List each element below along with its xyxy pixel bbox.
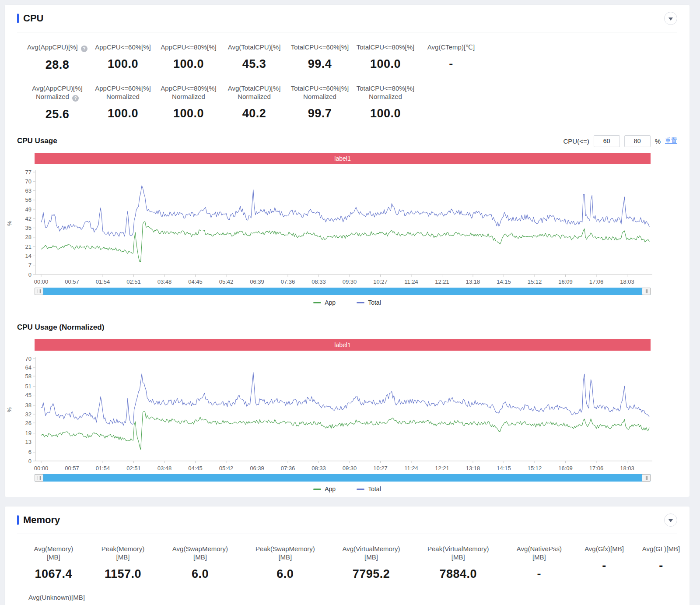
svg-text:00:57: 00:57 <box>65 278 79 285</box>
chart-label-banner: label1 <box>35 339 651 351</box>
cpu-usage-chart[interactable]: 0714212835424956637077%00:0000:5701:5402… <box>5 165 652 288</box>
cpu-panel-header: CPU <box>5 5 690 32</box>
legend-line-icon <box>357 489 364 490</box>
stat-item: AppCPU<=80%[%]Normalized100.0 <box>156 84 221 120</box>
memory-stats-row-1: Avg(Memory)[MB]1067.4Peak(Memory)[MB]115… <box>5 545 690 581</box>
chart-scrollbar[interactable] <box>35 288 651 295</box>
stat-item: Avg(AppCPU)[%] ?28.8 <box>24 43 90 72</box>
stat-value: 1067.4 <box>28 567 79 581</box>
memory-collapse-button[interactable] <box>664 514 677 527</box>
svg-text:02:51: 02:51 <box>126 465 141 471</box>
svg-text:04:45: 04:45 <box>188 465 203 471</box>
stat-label: Avg(TotalCPU)[%]Normalized <box>221 84 287 101</box>
svg-text:14: 14 <box>25 253 32 259</box>
cpu-usage-normalized-chart-block: label1 0613192632384551586470%00:0000:57… <box>5 339 690 494</box>
stat-item: TotalCPU<=80%[%]Normalized100.0 <box>353 84 418 120</box>
svg-text:70: 70 <box>25 355 32 362</box>
memory-panel: Memory Avg(Memory)[MB]1067.4Peak(Memory)… <box>4 506 690 605</box>
svg-text:13:18: 13:18 <box>466 278 480 285</box>
stat-value: 7884.0 <box>423 567 494 581</box>
svg-text:15:12: 15:12 <box>528 278 542 285</box>
cpu-usage-normalized-chart[interactable]: 0613192632384551586470%00:0000:5701:5402… <box>5 352 652 475</box>
chevron-down-icon <box>668 519 673 522</box>
legend-label: App <box>325 485 336 492</box>
help-icon[interactable]: ? <box>72 95 79 102</box>
stat-item: AppCPU<=60%[%]Normalized100.0 <box>90 84 156 120</box>
legend-item-app[interactable]: App <box>313 485 336 492</box>
stat-label: Avg(AppCPU)[%] ? <box>24 43 90 52</box>
stat-item: AppCPU<=60%[%]100.0 <box>90 43 156 71</box>
svg-text:26: 26 <box>25 420 32 426</box>
svg-text:51: 51 <box>25 383 32 390</box>
legend-item-total[interactable]: Total <box>357 485 381 492</box>
stat-value: 99.7 <box>287 107 353 120</box>
cpu-usage-chart-title: CPU Usage <box>17 137 57 145</box>
chevron-down-icon <box>668 18 673 21</box>
svg-text:01:54: 01:54 <box>96 465 110 471</box>
stat-label: Avg(GL)[MB] <box>641 545 681 553</box>
svg-text:17:06: 17:06 <box>589 278 604 285</box>
chart-legend: AppTotal <box>5 485 690 492</box>
svg-text:06:39: 06:39 <box>250 465 264 471</box>
svg-text:38: 38 <box>25 402 32 408</box>
cpu-threshold-low-input[interactable] <box>594 135 620 147</box>
legend-label: App <box>325 299 336 306</box>
svg-text:14:15: 14:15 <box>497 465 511 471</box>
cpu-threshold-high-input[interactable] <box>624 135 651 147</box>
stat-label: AppCPU<=80%[%]Normalized <box>156 84 221 101</box>
svg-text:10:27: 10:27 <box>373 465 388 471</box>
stat-item: Peak(Memory)[MB]1157.0 <box>88 545 159 581</box>
stat-label: Avg(TotalCPU)[%] <box>221 43 287 51</box>
stat-value: - <box>511 567 567 581</box>
scrollbar-right-handle[interactable] <box>642 288 651 295</box>
svg-text:56: 56 <box>25 197 32 203</box>
cpu-collapse-button[interactable] <box>664 12 677 25</box>
svg-text:18:03: 18:03 <box>620 465 634 471</box>
scrollbar-left-handle[interactable] <box>35 474 43 482</box>
svg-text:05:42: 05:42 <box>219 465 234 471</box>
memory-section-title: Memory <box>23 514 60 526</box>
svg-text:32: 32 <box>25 411 32 418</box>
stat-label: Avg(VirtualMemory)[MB] <box>337 545 405 561</box>
stat-label: Peak(Memory)[MB] <box>96 545 150 561</box>
legend-item-total[interactable]: Total <box>357 299 381 306</box>
divider <box>17 32 677 32</box>
stat-item: Avg(GL)[MB]- <box>633 545 690 573</box>
svg-text:07:36: 07:36 <box>281 278 295 285</box>
svg-text:19: 19 <box>25 430 32 436</box>
stat-value: 100.0 <box>156 57 221 71</box>
reset-link[interactable]: 重置 <box>665 137 677 145</box>
stat-value: 100.0 <box>90 57 156 71</box>
stat-value: 25.6 <box>24 108 90 121</box>
svg-text:18:03: 18:03 <box>620 278 634 285</box>
svg-text:04:45: 04:45 <box>188 278 203 285</box>
svg-text:0: 0 <box>28 271 32 278</box>
chart-scrollbar[interactable] <box>35 474 651 482</box>
svg-text:42: 42 <box>25 215 32 222</box>
svg-text:00:00: 00:00 <box>34 465 49 471</box>
chart-legend: AppTotal <box>5 299 690 306</box>
cpu-panel: CPU Avg(AppCPU)[%] ?28.8AppCPU<=60%[%]10… <box>4 4 690 497</box>
cpu-threshold-label: CPU(<=) <box>563 137 589 145</box>
scrollbar-left-handle[interactable] <box>35 288 43 295</box>
stat-item: Avg(VirtualMemory)[MB]7795.2 <box>329 545 414 581</box>
svg-text:15:12: 15:12 <box>528 465 542 471</box>
svg-text:03:48: 03:48 <box>158 465 172 471</box>
stat-item: TotalCPU<=60%[%]Normalized99.7 <box>287 84 353 120</box>
svg-text:08:33: 08:33 <box>312 278 326 285</box>
svg-text:%: % <box>6 221 13 226</box>
legend-item-app[interactable]: App <box>313 299 336 306</box>
stat-label: AppCPU<=80%[%] <box>156 43 221 51</box>
stat-item: Avg(Unknown)[MB]- <box>20 593 94 605</box>
svg-text:06:39: 06:39 <box>250 278 264 285</box>
svg-text:09:30: 09:30 <box>343 465 357 471</box>
svg-text:00:00: 00:00 <box>34 278 49 285</box>
stat-value: 99.4 <box>287 57 353 71</box>
stat-label: Peak(SwapMemory)[MB] <box>251 545 320 561</box>
stat-item: Avg(NativePss)[MB]- <box>503 545 576 581</box>
svg-text:09:30: 09:30 <box>343 278 357 285</box>
help-icon[interactable]: ? <box>81 46 88 52</box>
svg-text:10:27: 10:27 <box>373 278 388 285</box>
scrollbar-right-handle[interactable] <box>642 474 651 482</box>
svg-text:12:21: 12:21 <box>435 278 449 285</box>
